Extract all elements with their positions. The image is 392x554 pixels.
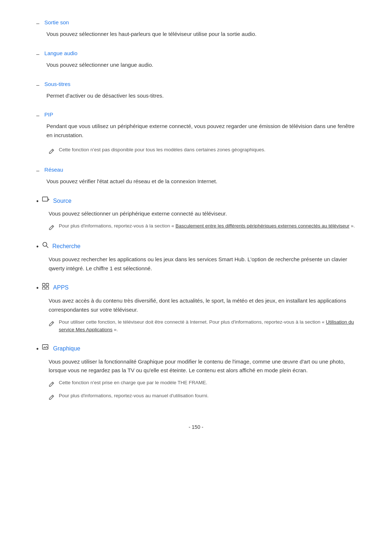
recherche-desc: Vous pouvez rechercher les applications … xyxy=(49,255,356,273)
sous-titres-title: Sous-titres xyxy=(44,80,70,89)
bullet-symbol-graphique: • xyxy=(36,344,38,354)
pencil-icon-graphique1 xyxy=(49,379,54,388)
svg-rect-5 xyxy=(42,283,45,286)
svg-line-12 xyxy=(52,396,53,397)
pip-note-block: Cette fonction n'est pas disponible pour… xyxy=(49,146,356,155)
langue-audio-section: – Langue audio Vous pouvez sélectionner … xyxy=(36,49,356,70)
dash-symbol-langue: – xyxy=(36,50,39,58)
sous-titres-desc: Permet d'activer ou de désactiver les so… xyxy=(46,91,356,100)
reseau-heading: – Réseau xyxy=(36,165,356,175)
graphique-note2-text: Pour plus d'informations, reportez-vous … xyxy=(59,392,209,400)
source-note-link[interactable]: Basculement entre les différents périphé… xyxy=(176,223,350,229)
apps-icon xyxy=(42,283,51,290)
svg-line-0 xyxy=(52,150,53,151)
pip-section: – PIP Pendant que vous utilisez un périp… xyxy=(36,110,356,155)
source-section: • Source Vous pouvez sélectionner un pér… xyxy=(36,196,356,232)
bullet-symbol-apps: • xyxy=(36,283,38,294)
langue-audio-title: Langue audio xyxy=(44,49,77,58)
langue-audio-desc: Vous pouvez sélectionner une langue audi… xyxy=(46,61,356,70)
svg-rect-1 xyxy=(42,197,48,201)
svg-line-11 xyxy=(52,383,53,384)
graphique-title: Graphique xyxy=(53,344,80,353)
bullet-symbol-source: • xyxy=(36,196,38,207)
recherche-section: • Recherche Vous pouvez rechercher les a… xyxy=(36,242,356,273)
pip-desc: Pendant que vous utilisez un périphériqu… xyxy=(46,122,356,140)
graphique-heading: • Graphique xyxy=(36,344,356,354)
svg-line-9 xyxy=(52,322,53,323)
dash-symbol-pip: – xyxy=(36,111,39,120)
pencil-icon-source xyxy=(49,223,54,231)
sortie-son-desc: Vous pouvez sélectionner les haut-parleu… xyxy=(46,30,356,39)
svg-rect-7 xyxy=(42,287,45,290)
svg-rect-8 xyxy=(46,287,49,290)
dash-symbol-reseau: – xyxy=(36,166,39,175)
pip-heading: – PIP xyxy=(36,110,356,120)
apps-note-text: Pour utiliser cette fonction, le télévis… xyxy=(59,318,356,334)
svg-line-4 xyxy=(46,246,48,248)
apps-desc: Vous avez accès à du contenu très divers… xyxy=(49,296,356,315)
apps-title: APPS xyxy=(53,283,69,292)
bullet-symbol-recherche: • xyxy=(36,242,38,252)
page-footer: - 150 - xyxy=(36,423,356,431)
apps-note-block: Pour utiliser cette fonction, le télévis… xyxy=(49,318,356,334)
graphique-section: • Graphique Vous pouvez utiliser la fonc… xyxy=(36,344,356,401)
dash-symbol-sortie: – xyxy=(36,19,39,28)
source-desc: Vous pouvez sélectionner un périphérique… xyxy=(49,209,356,218)
source-note-block: Pour plus d'informations, reportez-vous … xyxy=(49,222,356,231)
pencil-icon-graphique2 xyxy=(49,393,54,401)
source-title: Source xyxy=(53,196,72,206)
reseau-title: Réseau xyxy=(44,165,63,174)
sortie-son-heading: – Sortie son xyxy=(36,18,356,28)
graphique-note2-block: Pour plus d'informations, reportez-vous … xyxy=(49,392,356,401)
sous-titres-heading: – Sous-titres xyxy=(36,80,356,89)
svg-rect-10 xyxy=(42,345,48,349)
search-icon xyxy=(42,242,50,248)
langue-audio-heading: – Langue audio xyxy=(36,49,356,58)
page-container: – Sortie son Vous pouvez sélectionner le… xyxy=(0,0,392,554)
dash-symbol-sous: – xyxy=(36,81,39,89)
sous-titres-section: – Sous-titres Permet d'activer ou de dés… xyxy=(36,80,356,100)
reseau-desc: Vous pouvez vérifier l'état actuel du ré… xyxy=(46,177,356,186)
sortie-son-section: – Sortie son Vous pouvez sélectionner le… xyxy=(36,18,356,39)
recherche-heading: • Recherche xyxy=(36,242,356,252)
recherche-title: Recherche xyxy=(52,242,80,251)
reseau-section: – Réseau Vous pouvez vérifier l'état act… xyxy=(36,165,356,186)
svg-point-3 xyxy=(43,242,47,246)
apps-heading: • APPS xyxy=(36,283,356,294)
art-icon xyxy=(42,344,51,350)
svg-line-2 xyxy=(52,226,53,227)
pip-note-text: Cette fonction n'est pas disponible pour… xyxy=(59,146,265,154)
source-heading: • Source xyxy=(36,196,356,207)
graphique-desc: Vous pouvez utiliser la fonctionnalité G… xyxy=(49,357,356,376)
pencil-icon-apps xyxy=(49,319,54,328)
graphique-note1-block: Cette fonction n'est prise en charge que… xyxy=(49,379,356,388)
source-note-text: Pour plus d'informations, reportez-vous … xyxy=(59,222,355,230)
source-icon xyxy=(42,196,51,203)
page-number: - 150 - xyxy=(189,424,203,430)
apps-section: • APPS Vous avez accès à du contenu très… xyxy=(36,283,356,333)
pip-title: PIP xyxy=(44,110,53,119)
svg-rect-6 xyxy=(46,283,49,286)
sortie-son-title: Sortie son xyxy=(44,18,69,27)
pencil-icon-pip xyxy=(49,147,54,155)
graphique-note1-text: Cette fonction n'est prise en charge que… xyxy=(59,379,207,387)
